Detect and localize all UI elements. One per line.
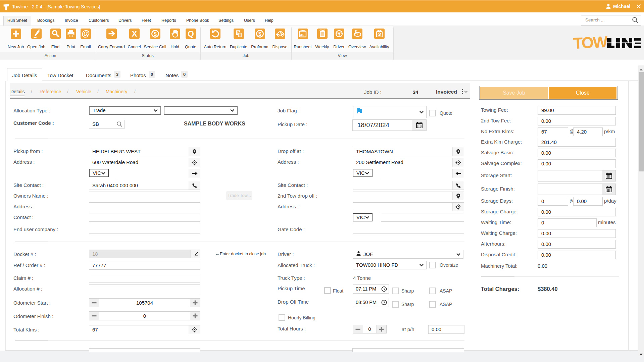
svg-text:X: X (132, 29, 137, 38)
svg-text:$: $ (154, 31, 157, 37)
svg-text:@: @ (82, 29, 90, 38)
svg-text:$: $ (258, 31, 261, 37)
svg-text:Q: Q (188, 29, 194, 38)
svg-text:$: $ (280, 32, 282, 35)
svg-text:31: 31 (300, 33, 304, 37)
